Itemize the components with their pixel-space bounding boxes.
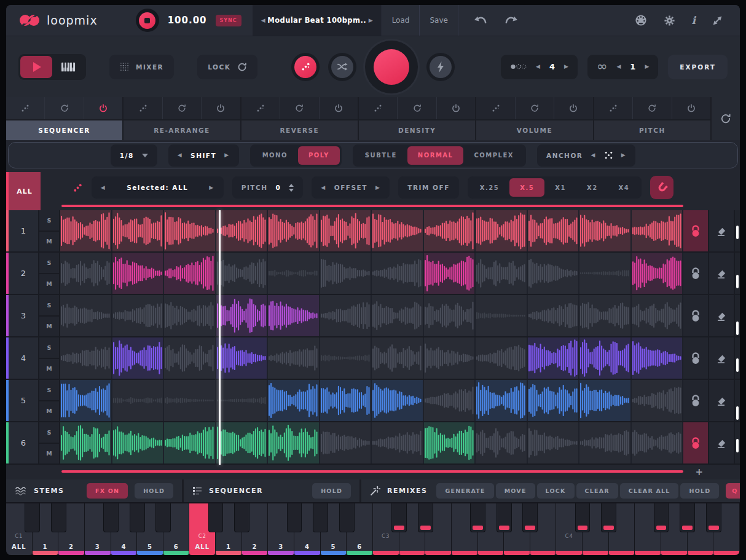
tab-dice-icon[interactable]: [124, 97, 162, 119]
tab-dice-icon[interactable]: [594, 97, 633, 119]
loop-cell[interactable]: [424, 337, 476, 379]
tab-dice-icon[interactable]: [6, 97, 45, 119]
mute-button[interactable]: M: [39, 317, 59, 337]
loop-cell[interactable]: [424, 380, 476, 421]
solo-button[interactable]: S: [39, 380, 59, 401]
black-key[interactable]: [680, 503, 695, 532]
loop-cell[interactable]: [372, 380, 424, 421]
black-key[interactable]: [497, 503, 512, 532]
loop-cell[interactable]: [112, 210, 165, 251]
black-key[interactable]: [339, 503, 355, 532]
scale-icon[interactable]: [712, 15, 723, 26]
loop-cell[interactable]: [632, 210, 684, 251]
black-key[interactable]: [313, 503, 328, 532]
loop-cell[interactable]: [579, 253, 632, 294]
selected-prev-icon[interactable]: ◀: [101, 185, 106, 191]
offset-right-icon[interactable]: ▶: [375, 185, 380, 191]
track-volume-slider[interactable]: [736, 358, 739, 372]
loop-cell[interactable]: [320, 253, 372, 294]
track-erase-button[interactable]: [709, 210, 735, 251]
midi-icon[interactable]: [635, 14, 647, 26]
loop-cell[interactable]: [632, 380, 684, 421]
tab-dice-icon[interactable]: [476, 97, 515, 119]
anchor-next-icon[interactable]: ▶: [621, 152, 626, 158]
randomize-selection-icon[interactable]: [73, 183, 83, 193]
solo-button[interactable]: S: [39, 422, 59, 444]
tab-reverse[interactable]: REVERSE: [241, 97, 359, 140]
loop-cell[interactable]: [632, 295, 684, 336]
remix-hold-button[interactable]: HOLD: [680, 483, 719, 499]
loop-cell[interactable]: [216, 422, 269, 463]
complexity-complex[interactable]: COMPLEX: [463, 146, 524, 165]
track-lock-button[interactable]: [683, 337, 709, 379]
track-erase-button[interactable]: [709, 253, 735, 294]
tab-power-icon[interactable]: [202, 97, 240, 119]
track-lock-button[interactable]: [683, 210, 709, 251]
black-key[interactable]: [418, 503, 433, 532]
complexity-subtle[interactable]: SUBTLE: [355, 146, 407, 165]
tab-refresh-icon[interactable]: [516, 97, 554, 119]
instant-button[interactable]: [426, 53, 455, 81]
loop-cell[interactable]: [164, 210, 216, 251]
mute-button[interactable]: M: [39, 359, 59, 379]
tab-dice-icon[interactable]: [359, 97, 398, 119]
tab-refresh-icon[interactable]: [45, 97, 84, 119]
loop-cell[interactable]: [164, 295, 216, 336]
loop-cell[interactable]: [112, 422, 165, 463]
loop-cell[interactable]: [268, 337, 320, 379]
loop-cell[interactable]: [372, 210, 424, 251]
loop-cell[interactable]: [268, 253, 320, 294]
playhead[interactable]: [219, 210, 221, 465]
sequencer-hold-button[interactable]: HOLD: [312, 483, 351, 499]
preset-prev-icon[interactable]: ◀: [261, 18, 265, 23]
loop-cell[interactable]: [528, 295, 580, 336]
stems-hold-button[interactable]: HOLD: [135, 483, 173, 499]
loop-cell[interactable]: [372, 337, 424, 379]
tab-power-icon[interactable]: [672, 97, 710, 119]
black-key[interactable]: [130, 503, 145, 532]
remix-clear-button[interactable]: CLEAR: [576, 483, 618, 499]
solo-button[interactable]: S: [39, 253, 59, 274]
redo-icon[interactable]: [505, 15, 519, 25]
loop-cell[interactable]: [112, 337, 165, 379]
tab-volume[interactable]: VOLUME: [476, 97, 594, 140]
speed-x.25[interactable]: X.25: [469, 178, 509, 197]
load-button[interactable]: Load: [382, 5, 420, 36]
loop-cell[interactable]: [216, 337, 269, 379]
loop-cell[interactable]: [268, 422, 320, 463]
black-key[interactable]: [654, 503, 669, 532]
loop-cell[interactable]: [579, 210, 632, 251]
settings-gear-icon[interactable]: [664, 15, 675, 26]
black-key[interactable]: [287, 503, 302, 532]
voice-mono[interactable]: MONO: [252, 146, 298, 165]
remix-generate-button[interactable]: GENERATE: [436, 483, 493, 499]
loop-cell[interactable]: [60, 380, 112, 421]
sync-badge[interactable]: SYNC: [216, 15, 241, 26]
speed-x1[interactable]: X1: [544, 178, 576, 197]
loop-cell[interactable]: [476, 295, 528, 336]
remix-lock-button[interactable]: LOCK: [537, 483, 575, 499]
global-randomize-button[interactable]: [712, 97, 740, 140]
mute-button[interactable]: M: [39, 274, 59, 294]
loop-cell[interactable]: [320, 337, 372, 379]
info-icon[interactable]: i: [692, 14, 696, 26]
black-key[interactable]: [522, 503, 538, 532]
solo-button[interactable]: S: [39, 337, 59, 359]
track-volume-slider[interactable]: [736, 275, 739, 288]
pitch-stepper[interactable]: [289, 184, 294, 192]
loop-cell[interactable]: [424, 253, 476, 294]
tab-refresh-icon[interactable]: [280, 97, 319, 119]
quantize-button[interactable]: Q: [726, 483, 740, 499]
piano-view-button[interactable]: [52, 56, 84, 78]
loop-cell[interactable]: [632, 253, 684, 294]
track-lock-button[interactable]: [683, 380, 709, 421]
spin-down-icon[interactable]: [289, 189, 294, 192]
steps-next-icon[interactable]: ▶: [564, 64, 568, 69]
loop-cell[interactable]: [320, 210, 372, 251]
speed-x4[interactable]: X4: [608, 178, 640, 197]
play-view-button[interactable]: [20, 56, 52, 78]
randomize-button[interactable]: [291, 53, 320, 81]
remix-clear-all-button[interactable]: CLEAR ALL: [620, 483, 679, 499]
loop-cell[interactable]: [164, 253, 216, 294]
complexity-normal[interactable]: NORMAL: [407, 146, 464, 165]
